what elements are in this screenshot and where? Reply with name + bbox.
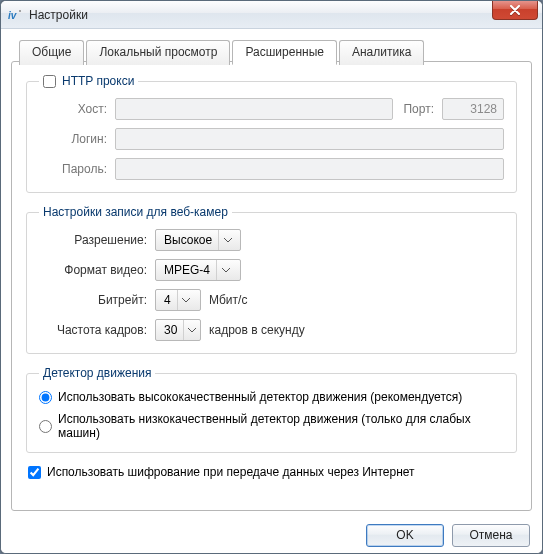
close-button[interactable] bbox=[492, 0, 538, 20]
proxy-password-label: Пароль: bbox=[39, 162, 107, 176]
dialog-footer: OK Отмена bbox=[1, 517, 542, 553]
chevron-down-icon bbox=[216, 260, 230, 280]
http-proxy-checkbox[interactable] bbox=[43, 75, 56, 88]
tab-local-view[interactable]: Локальный просмотр bbox=[86, 40, 230, 65]
encrypt-row[interactable]: Использовать шифрование при передаче дан… bbox=[28, 465, 517, 479]
fps-select[interactable]: 30 bbox=[155, 319, 201, 341]
proxy-port-label: Порт: bbox=[403, 102, 434, 116]
tab-general[interactable]: Общие bbox=[19, 40, 84, 65]
encrypt-label: Использовать шифрование при передаче дан… bbox=[47, 465, 415, 479]
motion-hq-label: Использовать высококачественный детектор… bbox=[58, 390, 462, 404]
motion-lq-label: Использовать низкокачественный детектор … bbox=[58, 412, 504, 440]
client-area: Общие Локальный просмотр Расширенные Ана… bbox=[1, 29, 542, 553]
bitrate-value: 4 bbox=[164, 293, 171, 307]
window-title: Настройки bbox=[29, 8, 88, 22]
webcam-group: Настройки записи для веб-камер Разрешени… bbox=[26, 205, 517, 354]
proxy-host-label: Хост: bbox=[39, 102, 107, 116]
ok-button[interactable]: OK bbox=[366, 524, 444, 547]
chevron-down-icon bbox=[177, 290, 191, 310]
format-select[interactable]: MPEG-4 bbox=[155, 259, 241, 281]
svg-text:iv: iv bbox=[8, 10, 18, 21]
motion-lq-radio[interactable] bbox=[39, 420, 52, 433]
motion-hq-radio[interactable] bbox=[39, 391, 52, 404]
app-icon: iv bbox=[7, 7, 23, 23]
fps-unit: кадров в секунду bbox=[209, 323, 305, 337]
format-value: MPEG-4 bbox=[164, 263, 210, 277]
http-proxy-legend: HTTP прокси bbox=[62, 74, 134, 88]
proxy-login-input[interactable] bbox=[115, 128, 504, 150]
bitrate-label: Битрейт: bbox=[39, 293, 147, 307]
bitrate-unit: Мбит/с bbox=[209, 293, 247, 307]
settings-window: iv Настройки Общие Локальный просмотр Ра… bbox=[0, 0, 543, 554]
proxy-port-input[interactable] bbox=[442, 98, 504, 120]
motion-group: Детектор движения Использовать высококач… bbox=[26, 366, 517, 453]
motion-hq-row[interactable]: Использовать высококачественный детектор… bbox=[39, 390, 504, 404]
webcam-legend: Настройки записи для веб-камер bbox=[39, 205, 232, 219]
resolution-select[interactable]: Высокое bbox=[155, 229, 241, 251]
proxy-password-input[interactable] bbox=[115, 158, 504, 180]
tab-advanced[interactable]: Расширенные bbox=[232, 40, 337, 65]
resolution-label: Разрешение: bbox=[39, 233, 147, 247]
titlebar: iv Настройки bbox=[1, 1, 542, 29]
format-label: Формат видео: bbox=[39, 263, 147, 277]
fps-label: Частота кадров: bbox=[39, 323, 147, 337]
tab-page-advanced: HTTP прокси Хост: Порт: Логин: Пароль: bbox=[11, 61, 532, 511]
motion-legend: Детектор движения bbox=[39, 366, 155, 380]
motion-lq-row[interactable]: Использовать низкокачественный детектор … bbox=[39, 412, 504, 440]
http-proxy-group: HTTP прокси Хост: Порт: Логин: Пароль: bbox=[26, 74, 517, 193]
tabbar: Общие Локальный просмотр Расширенные Ана… bbox=[19, 39, 532, 64]
encrypt-checkbox[interactable] bbox=[28, 466, 41, 479]
svg-point-1 bbox=[19, 10, 21, 12]
proxy-host-input[interactable] bbox=[115, 98, 393, 120]
close-icon bbox=[509, 5, 521, 15]
chevron-down-icon bbox=[218, 230, 232, 250]
proxy-login-label: Логин: bbox=[39, 132, 107, 146]
fps-value: 30 bbox=[164, 323, 177, 337]
chevron-down-icon bbox=[183, 320, 196, 340]
cancel-button[interactable]: Отмена bbox=[452, 524, 530, 547]
resolution-value: Высокое bbox=[164, 233, 212, 247]
tab-analytics[interactable]: Аналитика bbox=[339, 40, 424, 65]
bitrate-select[interactable]: 4 bbox=[155, 289, 201, 311]
